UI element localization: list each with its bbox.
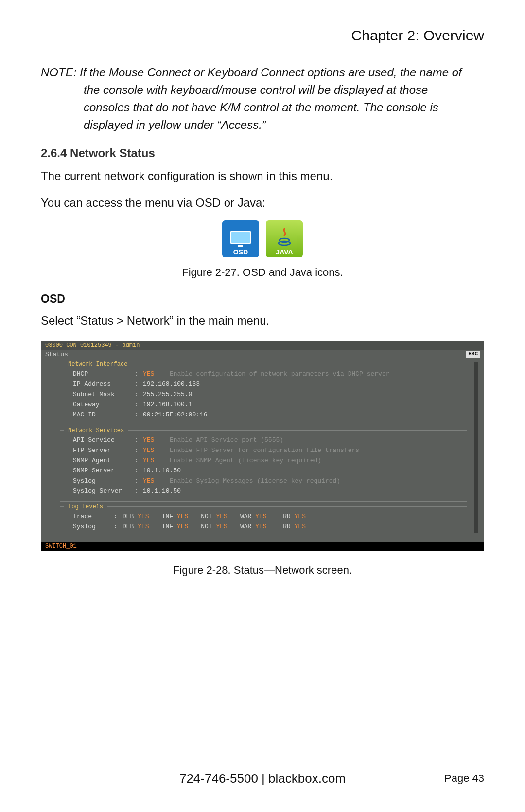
config-row: MAC ID:00:21:5F:02:00:16 [73, 410, 459, 420]
config-desc: Enable SNMP Agent (license key required) [170, 457, 321, 464]
note-line: displayed in yellow under “Access.” [41, 116, 484, 134]
config-label: Gateway [73, 401, 130, 408]
config-row: FTP Server:YES Enable FTP Server for con… [73, 445, 459, 455]
svg-rect-2 [238, 245, 243, 247]
config-row: SNMP Agent:YES Enable SNMP Agent (licens… [73, 455, 459, 466]
svg-point-4 [279, 241, 290, 245]
loglevel-pair: WAR YES [240, 523, 267, 530]
panel-title: Network Services [64, 427, 128, 434]
panel-log-levels: Log Levels Trace:DEB YESINF YESNOT YESWA… [60, 506, 467, 537]
body-text: You can access the menu via OSD or Java: [41, 194, 484, 212]
panel-title: Network Interface [64, 361, 131, 368]
note-paragraph: NOTE: If the Mouse Connect or Keyboard C… [41, 64, 484, 134]
loglevel-pair: INF YES [162, 513, 189, 520]
config-row: Syslog:YES Enable Syslog Messages (licen… [73, 476, 459, 486]
note-line: consoles that do not have K/M control at… [41, 99, 484, 116]
config-desc: Enable API Service port (5555) [170, 436, 283, 444]
terminal-footer: SWITCH_01 [41, 542, 484, 551]
config-row: Subnet Mask:255.255.255.0 [73, 389, 459, 399]
loglevel-pair: DEB YES [122, 523, 149, 530]
flag-value: YES [143, 436, 154, 444]
terminal-status-label: Status [45, 351, 68, 358]
panel-network-services: Network Services API Service:YES Enable … [60, 430, 467, 502]
config-desc: Enable FTP Server for configuration file… [170, 447, 359, 454]
config-value: 192.168.100.1 [143, 401, 192, 408]
loglevel-label: Trace [73, 513, 110, 520]
terminal-screenshot: 03000 CON 010125349 - admin Status ESC N… [41, 341, 484, 551]
config-value: 10.1.10.50 [143, 467, 181, 474]
loglevel-label: Syslog [73, 523, 110, 530]
config-label: Subnet Mask [73, 391, 130, 398]
terminal-titlebar: 03000 CON 010125349 - admin [41, 341, 484, 350]
config-label: MAC ID [73, 411, 130, 418]
flag-value: YES [143, 370, 154, 378]
config-desc: Enable Syslog Messages (license key requ… [170, 477, 340, 485]
loglevel-pair: NOT YES [201, 513, 228, 520]
loglevel-row: Trace:DEB YESINF YESNOT YESWAR YESERR YE… [73, 511, 459, 522]
config-value: 192.168.100.133 [143, 380, 200, 388]
decorative-shadow [474, 362, 478, 533]
config-label: IP Address [73, 380, 130, 388]
config-row: DHCP:YES Enable configuration of network… [73, 369, 459, 379]
chapter-title: Chapter 2: Overview [41, 27, 484, 44]
loglevel-pair: DEB YES [122, 513, 149, 520]
java-icon-label: JAVA [276, 248, 293, 256]
config-row: SNMP Server:10.1.10.50 [73, 466, 459, 476]
loglevel-pair: WAR YES [240, 513, 267, 520]
loglevel-pair: ERR YES [280, 523, 306, 530]
panel-title: Log Levels [64, 504, 107, 510]
config-row: Gateway:192.168.100.1 [73, 399, 459, 410]
config-label: API Service [73, 436, 130, 444]
osd-heading: OSD [41, 292, 484, 306]
java-icon: JAVA [266, 220, 303, 257]
config-row: IP Address:192.168.100.133 [73, 379, 459, 389]
figure-caption: Figure 2-28. Status—Network screen. [41, 564, 484, 577]
loglevel-pair: ERR YES [280, 513, 306, 520]
loglevel-pair: NOT YES [201, 523, 228, 530]
flag-value: YES [143, 477, 154, 485]
figure-caption: Figure 2-27. OSD and Java icons. [41, 266, 484, 279]
config-value: 00:21:5F:02:00:16 [143, 411, 208, 418]
config-desc: Enable configuration of network paramete… [170, 370, 389, 378]
section-heading: 2.6.4 Network Status [41, 146, 484, 160]
loglevel-row: Syslog:DEB YESINF YESNOT YESWAR YESERR Y… [73, 522, 459, 532]
loglevel-pair: INF YES [162, 523, 189, 530]
config-label: DHCP [73, 370, 130, 378]
panel-network-interface: Network Interface DHCP:YES Enable config… [60, 364, 467, 425]
flag-value: YES [143, 457, 154, 464]
config-label: Syslog [73, 477, 130, 485]
osd-icon-label: OSD [233, 248, 248, 256]
config-value: 10.1.10.50 [143, 487, 181, 495]
footer-center: 724-746-5500 | blackbox.com [41, 771, 484, 786]
esc-badge: ESC [466, 351, 480, 358]
svg-rect-1 [231, 232, 250, 243]
body-text: The current network configuration is sho… [41, 167, 484, 185]
config-row: Syslog Server:10.1.10.50 [73, 486, 459, 496]
body-text: Select “Status > Network” in the main me… [41, 311, 484, 329]
config-label: SNMP Agent [73, 457, 130, 464]
note-line: the console with keyboard/mouse control … [41, 81, 484, 99]
config-label: SNMP Server [73, 467, 130, 474]
config-label: FTP Server [73, 447, 130, 454]
config-label: Syslog Server [73, 487, 130, 495]
flag-value: YES [143, 447, 154, 454]
osd-icon: OSD [222, 220, 259, 257]
note-line: NOTE: If the Mouse Connect or Keyboard C… [41, 66, 462, 79]
config-row: API Service:YES Enable API Service port … [73, 435, 459, 445]
config-value: 255.255.255.0 [143, 391, 192, 398]
